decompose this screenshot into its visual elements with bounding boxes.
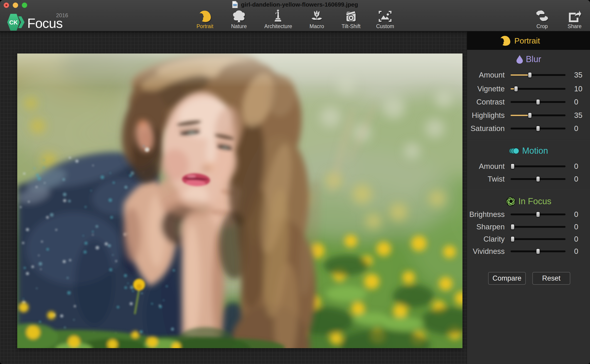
svg-text:CK: CK <box>9 19 18 26</box>
